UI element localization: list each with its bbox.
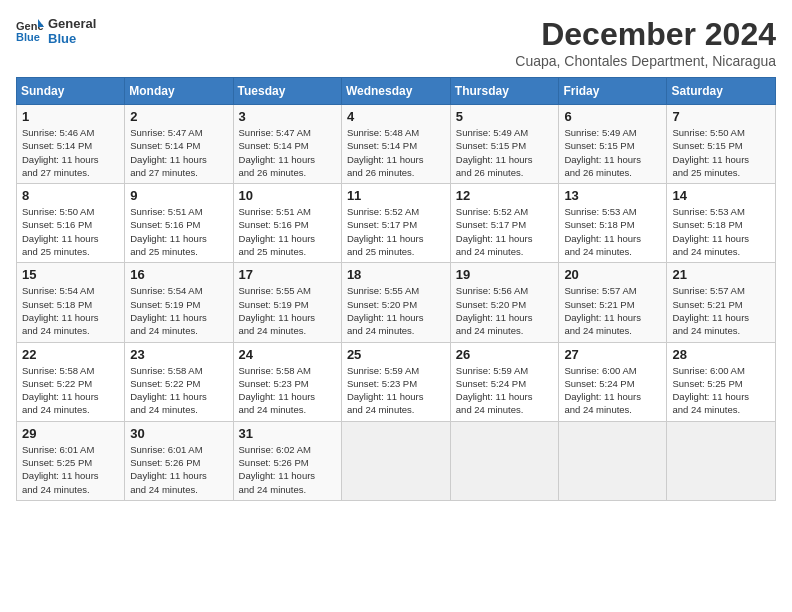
calendar-cell: 30Sunrise: 6:01 AMSunset: 5:26 PMDayligh…	[125, 421, 233, 500]
calendar-cell: 16Sunrise: 5:54 AMSunset: 5:19 PMDayligh…	[125, 263, 233, 342]
day-number: 6	[564, 109, 661, 124]
calendar-header-thursday: Thursday	[450, 78, 559, 105]
day-number: 29	[22, 426, 119, 441]
day-number: 24	[239, 347, 336, 362]
location-title: Cuapa, Chontales Department, Nicaragua	[515, 53, 776, 69]
day-number: 25	[347, 347, 445, 362]
day-info: Sunrise: 5:47 AMSunset: 5:14 PMDaylight:…	[239, 126, 336, 179]
calendar-cell: 15Sunrise: 5:54 AMSunset: 5:18 PMDayligh…	[17, 263, 125, 342]
calendar-cell: 8Sunrise: 5:50 AMSunset: 5:16 PMDaylight…	[17, 184, 125, 263]
day-info: Sunrise: 5:56 AMSunset: 5:20 PMDaylight:…	[456, 284, 554, 337]
day-number: 20	[564, 267, 661, 282]
calendar-cell	[450, 421, 559, 500]
day-info: Sunrise: 6:00 AMSunset: 5:25 PMDaylight:…	[672, 364, 770, 417]
title-area: December 2024 Cuapa, Chontales Departmen…	[515, 16, 776, 69]
calendar-cell: 20Sunrise: 5:57 AMSunset: 5:21 PMDayligh…	[559, 263, 667, 342]
day-number: 17	[239, 267, 336, 282]
calendar-header-monday: Monday	[125, 78, 233, 105]
calendar-cell: 3Sunrise: 5:47 AMSunset: 5:14 PMDaylight…	[233, 105, 341, 184]
day-info: Sunrise: 5:58 AMSunset: 5:23 PMDaylight:…	[239, 364, 336, 417]
day-info: Sunrise: 5:46 AMSunset: 5:14 PMDaylight:…	[22, 126, 119, 179]
day-number: 23	[130, 347, 227, 362]
day-info: Sunrise: 5:52 AMSunset: 5:17 PMDaylight:…	[456, 205, 554, 258]
day-info: Sunrise: 5:49 AMSunset: 5:15 PMDaylight:…	[564, 126, 661, 179]
day-number: 30	[130, 426, 227, 441]
day-number: 9	[130, 188, 227, 203]
day-info: Sunrise: 5:49 AMSunset: 5:15 PMDaylight:…	[456, 126, 554, 179]
calendar-cell: 1Sunrise: 5:46 AMSunset: 5:14 PMDaylight…	[17, 105, 125, 184]
day-number: 3	[239, 109, 336, 124]
day-info: Sunrise: 5:54 AMSunset: 5:19 PMDaylight:…	[130, 284, 227, 337]
day-number: 26	[456, 347, 554, 362]
month-title: December 2024	[515, 16, 776, 53]
day-info: Sunrise: 5:58 AMSunset: 5:22 PMDaylight:…	[22, 364, 119, 417]
day-info: Sunrise: 5:50 AMSunset: 5:16 PMDaylight:…	[22, 205, 119, 258]
calendar-cell: 17Sunrise: 5:55 AMSunset: 5:19 PMDayligh…	[233, 263, 341, 342]
page-header: General Blue General Blue December 2024 …	[16, 16, 776, 69]
day-number: 13	[564, 188, 661, 203]
calendar-header-sunday: Sunday	[17, 78, 125, 105]
day-number: 18	[347, 267, 445, 282]
calendar-cell: 10Sunrise: 5:51 AMSunset: 5:16 PMDayligh…	[233, 184, 341, 263]
calendar-cell: 4Sunrise: 5:48 AMSunset: 5:14 PMDaylight…	[341, 105, 450, 184]
day-info: Sunrise: 6:01 AMSunset: 5:26 PMDaylight:…	[130, 443, 227, 496]
calendar-cell: 13Sunrise: 5:53 AMSunset: 5:18 PMDayligh…	[559, 184, 667, 263]
logo: General Blue General Blue	[16, 16, 96, 46]
calendar-header-friday: Friday	[559, 78, 667, 105]
svg-text:Blue: Blue	[16, 31, 40, 43]
day-number: 8	[22, 188, 119, 203]
day-number: 2	[130, 109, 227, 124]
calendar-cell: 14Sunrise: 5:53 AMSunset: 5:18 PMDayligh…	[667, 184, 776, 263]
logo-line2: Blue	[48, 31, 96, 46]
day-info: Sunrise: 5:47 AMSunset: 5:14 PMDaylight:…	[130, 126, 227, 179]
day-info: Sunrise: 5:57 AMSunset: 5:21 PMDaylight:…	[672, 284, 770, 337]
logo-line1: General	[48, 16, 96, 31]
calendar-header-saturday: Saturday	[667, 78, 776, 105]
day-info: Sunrise: 5:55 AMSunset: 5:19 PMDaylight:…	[239, 284, 336, 337]
day-info: Sunrise: 5:59 AMSunset: 5:24 PMDaylight:…	[456, 364, 554, 417]
day-info: Sunrise: 6:01 AMSunset: 5:25 PMDaylight:…	[22, 443, 119, 496]
calendar-cell: 24Sunrise: 5:58 AMSunset: 5:23 PMDayligh…	[233, 342, 341, 421]
calendar-cell: 29Sunrise: 6:01 AMSunset: 5:25 PMDayligh…	[17, 421, 125, 500]
day-info: Sunrise: 5:52 AMSunset: 5:17 PMDaylight:…	[347, 205, 445, 258]
calendar-cell	[341, 421, 450, 500]
day-info: Sunrise: 6:02 AMSunset: 5:26 PMDaylight:…	[239, 443, 336, 496]
day-number: 22	[22, 347, 119, 362]
day-info: Sunrise: 5:53 AMSunset: 5:18 PMDaylight:…	[672, 205, 770, 258]
calendar-cell: 9Sunrise: 5:51 AMSunset: 5:16 PMDaylight…	[125, 184, 233, 263]
day-info: Sunrise: 6:00 AMSunset: 5:24 PMDaylight:…	[564, 364, 661, 417]
day-number: 14	[672, 188, 770, 203]
day-info: Sunrise: 5:53 AMSunset: 5:18 PMDaylight:…	[564, 205, 661, 258]
day-number: 11	[347, 188, 445, 203]
day-number: 15	[22, 267, 119, 282]
day-info: Sunrise: 5:50 AMSunset: 5:15 PMDaylight:…	[672, 126, 770, 179]
day-info: Sunrise: 5:51 AMSunset: 5:16 PMDaylight:…	[130, 205, 227, 258]
calendar-cell: 2Sunrise: 5:47 AMSunset: 5:14 PMDaylight…	[125, 105, 233, 184]
calendar-week-row: 22Sunrise: 5:58 AMSunset: 5:22 PMDayligh…	[17, 342, 776, 421]
day-number: 12	[456, 188, 554, 203]
day-number: 1	[22, 109, 119, 124]
day-info: Sunrise: 5:55 AMSunset: 5:20 PMDaylight:…	[347, 284, 445, 337]
calendar-cell: 26Sunrise: 5:59 AMSunset: 5:24 PMDayligh…	[450, 342, 559, 421]
day-info: Sunrise: 5:58 AMSunset: 5:22 PMDaylight:…	[130, 364, 227, 417]
day-number: 19	[456, 267, 554, 282]
day-number: 28	[672, 347, 770, 362]
calendar-cell: 18Sunrise: 5:55 AMSunset: 5:20 PMDayligh…	[341, 263, 450, 342]
calendar-week-row: 8Sunrise: 5:50 AMSunset: 5:16 PMDaylight…	[17, 184, 776, 263]
day-number: 7	[672, 109, 770, 124]
day-number: 27	[564, 347, 661, 362]
calendar-week-row: 15Sunrise: 5:54 AMSunset: 5:18 PMDayligh…	[17, 263, 776, 342]
calendar-week-row: 1Sunrise: 5:46 AMSunset: 5:14 PMDaylight…	[17, 105, 776, 184]
calendar-cell: 21Sunrise: 5:57 AMSunset: 5:21 PMDayligh…	[667, 263, 776, 342]
day-number: 31	[239, 426, 336, 441]
calendar-cell: 23Sunrise: 5:58 AMSunset: 5:22 PMDayligh…	[125, 342, 233, 421]
day-info: Sunrise: 5:51 AMSunset: 5:16 PMDaylight:…	[239, 205, 336, 258]
day-info: Sunrise: 5:59 AMSunset: 5:23 PMDaylight:…	[347, 364, 445, 417]
calendar-cell: 31Sunrise: 6:02 AMSunset: 5:26 PMDayligh…	[233, 421, 341, 500]
day-info: Sunrise: 5:48 AMSunset: 5:14 PMDaylight:…	[347, 126, 445, 179]
day-info: Sunrise: 5:54 AMSunset: 5:18 PMDaylight:…	[22, 284, 119, 337]
logo-icon: General Blue	[16, 19, 44, 43]
calendar-cell: 12Sunrise: 5:52 AMSunset: 5:17 PMDayligh…	[450, 184, 559, 263]
day-number: 16	[130, 267, 227, 282]
day-number: 21	[672, 267, 770, 282]
